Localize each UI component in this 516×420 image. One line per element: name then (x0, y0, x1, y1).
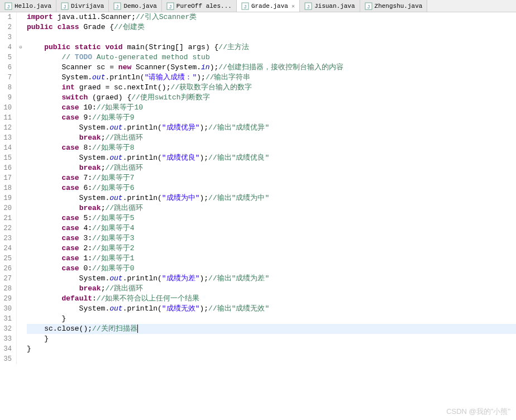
token-comment: //输出"成绩为差" (208, 274, 269, 283)
line-number: 20 (0, 203, 12, 213)
code-line[interactable]: } (27, 344, 516, 354)
code-line[interactable]: import java.util.Scanner;//引入Scanner类 (27, 12, 516, 22)
token-static-field: out (109, 123, 122, 132)
line-number: 26 (0, 264, 12, 274)
token-kw: public (27, 23, 53, 31)
token-static-field: in (201, 63, 210, 71)
editor-tab[interactable]: JDemo.java (109, 0, 161, 12)
code-line[interactable]: Scanner sc = new Scanner(System.in);//创建… (27, 63, 516, 73)
code-line[interactable]: case 5://如果等于5 (27, 213, 516, 223)
fold-marker (17, 213, 25, 223)
svg-text:J: J (367, 4, 370, 10)
code-line[interactable]: int graed = sc.nextInt();//获取数字台输入的数字 (27, 83, 516, 93)
token-normal: System. (27, 123, 109, 132)
code-line[interactable]: case 9://如果等于9 (27, 113, 516, 123)
token-kw: case (61, 214, 79, 222)
token-normal: ); (199, 123, 208, 132)
token-comment: //如果等于6 (92, 184, 134, 192)
code-line[interactable]: case 10://如果等于10 (27, 103, 516, 113)
fold-marker (17, 52, 25, 63)
code-line[interactable]: break;//跳出循环 (27, 284, 516, 294)
fold-marker (17, 274, 25, 284)
tab-label: Zhengshu.java (375, 3, 423, 9)
tab-label: Jisuan.java (314, 3, 355, 9)
token-normal: .println( (123, 123, 162, 132)
code-line[interactable]: } (27, 334, 516, 344)
token-kw: case (61, 184, 79, 192)
code-line[interactable]: // TODO Auto-generated method stub (27, 52, 516, 63)
token-comment: //如果等于3 (92, 234, 134, 242)
editor-tab[interactable]: JGrade.java✕ (237, 0, 300, 12)
fold-marker (17, 93, 25, 103)
java-file-icon: J (4, 2, 12, 10)
code-line[interactable]: sc.close();//关闭扫描器 (27, 324, 516, 334)
editor-tab[interactable]: JPureOff ales... (162, 0, 237, 12)
line-number: 5 (0, 52, 12, 63)
code-line[interactable]: case 2://如果等于2 (27, 244, 516, 254)
fold-marker[interactable]: ⊖ (17, 42, 25, 52)
close-icon[interactable]: ✕ (292, 3, 295, 9)
token-normal: : (92, 294, 97, 303)
token-kw: break (79, 133, 101, 142)
token-normal (27, 264, 61, 273)
token-normal (27, 93, 61, 102)
token-normal (27, 144, 61, 152)
line-number: 2 (0, 22, 12, 32)
token-normal: (graed) { (88, 93, 131, 102)
token-comment: //如果等于1 (92, 254, 134, 262)
code-line[interactable]: case 7://如果等于7 (27, 173, 516, 183)
line-number: 29 (0, 294, 12, 304)
line-number: 31 (0, 314, 12, 324)
token-comment: //如果不符合以上任何一个结果 (97, 294, 200, 303)
code-line[interactable]: public class Grade {//创建类 (27, 22, 516, 32)
token-normal (70, 43, 75, 51)
code-line[interactable] (27, 354, 516, 364)
line-number: 30 (0, 304, 12, 314)
fold-marker (17, 254, 25, 264)
editor-tab[interactable]: JHello.java (0, 0, 56, 12)
token-comment: //使用switch判断数字 (131, 93, 209, 102)
token-kw: void (105, 43, 122, 51)
token-normal: 6: (79, 184, 92, 192)
line-number: 25 (0, 254, 12, 264)
code-line[interactable]: break;//跳出循环 (27, 203, 516, 213)
code-line[interactable]: break;//跳出循环 (27, 163, 516, 173)
token-kw: break (79, 284, 101, 293)
tab-label: Hello.java (15, 3, 51, 9)
code-area[interactable]: import java.util.Scanner;//引入Scanner类pub… (25, 12, 516, 364)
tab-label: PureOff ales... (176, 3, 232, 9)
token-normal: .println( (123, 154, 162, 162)
token-kw: class (58, 23, 79, 31)
token-comment: //如果等于4 (92, 224, 134, 232)
code-line[interactable]: public static void main(String[] args) {… (27, 42, 516, 52)
svg-text:J: J (169, 4, 171, 10)
code-line[interactable]: case 4://如果等于4 (27, 223, 516, 233)
editor-tab[interactable]: JJisuan.java (300, 0, 360, 12)
token-normal: ); (199, 304, 208, 313)
svg-text:J: J (7, 4, 9, 10)
code-line[interactable] (27, 32, 516, 42)
code-line[interactable]: System.out.println("成绩为差");//输出"成绩为差" (27, 274, 516, 284)
code-line[interactable]: case 3://如果等于3 (27, 233, 516, 244)
code-line[interactable]: System.out.println("成绩优异");//输出"成绩优异" (27, 123, 516, 133)
token-normal: 4: (79, 224, 92, 232)
code-line[interactable]: System.out.println("成绩为中");//输出"成绩为中" (27, 193, 516, 203)
code-line[interactable]: break;//跳出循环 (27, 133, 516, 143)
tab-label: Divrijava (71, 3, 104, 9)
code-line[interactable]: case 0://如果等于0 (27, 264, 516, 274)
code-line[interactable]: case 1://如果等于1 (27, 254, 516, 264)
token-normal: System. (27, 194, 109, 202)
token-kw: case (61, 144, 79, 152)
code-line[interactable]: } (27, 314, 516, 324)
token-kw: static (75, 43, 101, 51)
token-normal (27, 103, 61, 112)
code-line[interactable]: default://如果不符合以上任何一个结果 (27, 294, 516, 304)
code-line[interactable]: System.out.println("成绩优良");//输出"成绩优良" (27, 153, 516, 163)
code-line[interactable]: switch (graed) {//使用switch判断数字 (27, 93, 516, 103)
code-line[interactable]: case 8://如果等于8 (27, 143, 516, 153)
editor-tab[interactable]: JDivrijava (56, 0, 109, 12)
code-line[interactable]: case 6://如果等于6 (27, 183, 516, 193)
code-line[interactable]: System.out.println("请输入成绩：");//输出字符串 (27, 73, 516, 83)
code-line[interactable]: System.out.println("成绩无效");//输出"成绩无效" (27, 304, 516, 314)
editor-tab[interactable]: JZhengshu.java (360, 0, 428, 12)
